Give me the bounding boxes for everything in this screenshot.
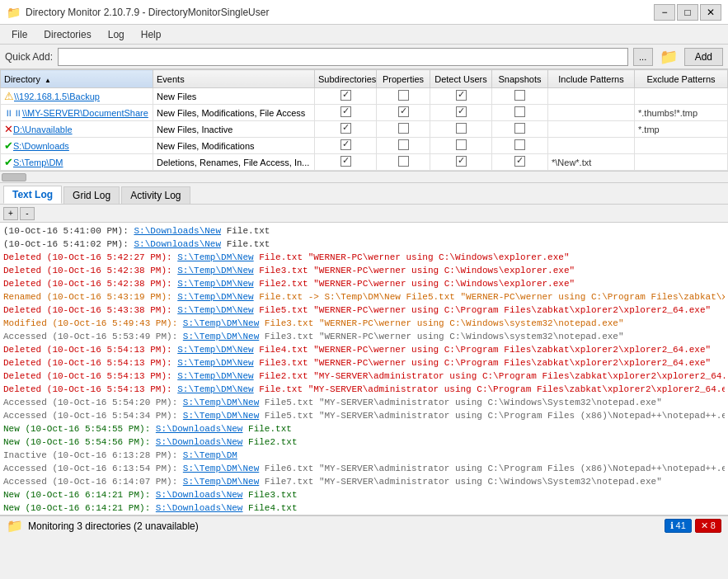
- maximize-button[interactable]: □: [677, 4, 698, 21]
- directory-rows: ⚠\\192.168.1.5\Backup New Files ⏸⏸\\MY-S…: [1, 88, 728, 171]
- dir-path[interactable]: S:\Temp\DM: [13, 158, 63, 167]
- status-green-icon: ✔: [4, 156, 13, 168]
- subdirs-checkbox[interactable]: [341, 156, 351, 167]
- log-prefix: Deleted (10-Oct-16 5:42:38 PM):: [3, 279, 177, 289]
- minimize-button[interactable]: −: [654, 4, 675, 21]
- detect-checkbox[interactable]: [456, 90, 467, 101]
- table-hscroll[interactable]: [0, 172, 728, 183]
- log-path[interactable]: S:\Temp\DM\New: [177, 292, 253, 302]
- events-text: Deletions, Renames, File Access, In...: [157, 158, 309, 167]
- col-dir-label: Directory: [4, 74, 40, 84]
- directory-table-container: Directory ▲ Events Subdirectories Proper…: [0, 69, 728, 172]
- log-add-button[interactable]: +: [3, 207, 18, 220]
- log-path[interactable]: S:\Downloads\New: [156, 437, 243, 447]
- col-header-detect[interactable]: Detect Users: [430, 70, 492, 88]
- hscroll-thumb[interactable]: [2, 173, 26, 181]
- detect-checkbox[interactable]: [456, 156, 467, 167]
- log-path[interactable]: S:\Downloads\New: [134, 226, 221, 236]
- events-text: New Files, Modifications: [157, 141, 255, 151]
- log-path[interactable]: S:\Temp\DM\New: [183, 464, 259, 473]
- log-area[interactable]: (10-Oct-16 5:41:00 PM): S:\Downloads\New…: [0, 223, 728, 515]
- menu-help[interactable]: Help: [133, 27, 170, 42]
- log-path[interactable]: S:\Temp\DM\New: [183, 398, 259, 407]
- tab-grid-log[interactable]: Grid Log: [63, 186, 120, 204]
- log-path[interactable]: S:\Temp\DM\New: [177, 384, 253, 394]
- col-header-exclude[interactable]: Exclude Patterns: [635, 70, 728, 88]
- detect-checkbox[interactable]: [456, 139, 467, 150]
- snaps-checkbox[interactable]: [514, 139, 525, 150]
- log-path[interactable]: S:\Temp\DM\New: [177, 345, 253, 355]
- log-line: Inactive (10-Oct-16 6:13:28 PM): S:\Temp…: [3, 449, 725, 462]
- snaps-checkbox[interactable]: [514, 90, 525, 101]
- log-path[interactable]: S:\Downloads\New: [134, 239, 221, 249]
- log-line: New (10-Oct-16 5:54:56 PM): S:\Downloads…: [3, 435, 725, 449]
- subdirs-checkbox[interactable]: [341, 139, 351, 150]
- snaps-checkbox[interactable]: [514, 156, 525, 167]
- info-badge[interactable]: ℹ 41: [665, 519, 692, 533]
- log-prefix: New (10-Oct-16 5:54:55 PM):: [3, 424, 156, 434]
- props-checkbox[interactable]: [398, 123, 409, 134]
- close-button[interactable]: ✕: [700, 4, 721, 21]
- log-path[interactable]: S:\Temp\DM\New: [177, 358, 253, 368]
- log-path[interactable]: S:\Temp\DM\New: [177, 279, 253, 289]
- status-blue-icon: ⏸⏸: [4, 108, 22, 118]
- props-checkbox[interactable]: [398, 90, 409, 101]
- tab-activity-log[interactable]: Activity Log: [121, 186, 190, 204]
- col-header-events[interactable]: Events: [153, 70, 315, 88]
- log-path[interactable]: S:\Downloads\New: [156, 424, 243, 434]
- error-badge[interactable]: ✕ 8: [695, 519, 721, 533]
- log-line: Accessed (10-Oct-16 5:54:20 PM): S:\Temp…: [3, 396, 725, 409]
- log-path[interactable]: S:\Downloads\New: [156, 503, 243, 513]
- detect-checkbox[interactable]: [456, 106, 467, 117]
- snaps-checkbox[interactable]: [514, 123, 525, 134]
- log-path[interactable]: S:\Downloads\New: [156, 490, 243, 500]
- log-path[interactable]: S:\Temp\DM\New: [183, 318, 259, 328]
- table-row: ⚠\\192.168.1.5\Backup New Files: [1, 88, 728, 105]
- log-path[interactable]: S:\Temp\DM\New: [183, 332, 259, 341]
- log-suffix: File2.txt: [242, 437, 297, 447]
- quickadd-browse-button[interactable]: ...: [633, 48, 653, 66]
- col-header-directory[interactable]: Directory ▲: [1, 70, 153, 88]
- titlebar-left: 📁 Directory Monitor 2.10.7.9 - Directory…: [7, 6, 269, 19]
- subdirs-checkbox[interactable]: [341, 123, 351, 134]
- log-path[interactable]: S:\Temp\DM\New: [177, 266, 253, 275]
- props-checkbox[interactable]: [398, 156, 409, 167]
- detect-checkbox[interactable]: [456, 123, 467, 134]
- log-line: Renamed (10-Oct-16 5:43:19 PM): S:\Temp\…: [3, 290, 725, 304]
- log-prefix: Deleted (10-Oct-16 5:42:38 PM):: [3, 266, 177, 275]
- log-prefix: Accessed (10-Oct-16 6:13:54 PM):: [3, 464, 183, 473]
- status-warn-icon: ⚠: [4, 90, 14, 102]
- menu-file[interactable]: File: [3, 27, 35, 42]
- snaps-checkbox[interactable]: [514, 106, 525, 117]
- log-path[interactable]: S:\Temp\DM: [183, 450, 237, 460]
- log-prefix: Renamed (10-Oct-16 5:43:19 PM):: [3, 292, 177, 302]
- log-path[interactable]: S:\Temp\DM\New: [183, 411, 259, 421]
- props-checkbox[interactable]: [398, 139, 409, 150]
- subdirs-checkbox[interactable]: [341, 90, 351, 101]
- quickadd-input[interactable]: [58, 48, 628, 66]
- dir-path[interactable]: \\192.168.1.5\Backup: [14, 92, 100, 101]
- col-header-include[interactable]: Include Patterns: [548, 70, 635, 88]
- quickadd-add-button[interactable]: Add: [684, 48, 723, 66]
- log-remove-button[interactable]: -: [20, 207, 35, 220]
- subdirs-checkbox[interactable]: [341, 106, 351, 117]
- col-header-snaps[interactable]: Snapshots: [492, 70, 548, 88]
- log-path[interactable]: S:\Temp\DM\New: [177, 305, 253, 315]
- log-path[interactable]: S:\Temp\DM\New: [177, 371, 253, 381]
- menu-log[interactable]: Log: [100, 27, 133, 42]
- events-text: New Files, Inactive: [157, 125, 232, 134]
- tab-text-log[interactable]: Text Log: [3, 186, 62, 204]
- log-line: Modified (10-Oct-16 5:49:43 PM): S:\Temp…: [3, 317, 725, 330]
- col-header-props[interactable]: Properties: [377, 70, 430, 88]
- col-header-subdirs[interactable]: Subdirectories: [315, 70, 377, 88]
- dir-path[interactable]: D:\Unavailable: [13, 125, 73, 134]
- sort-icon: ▲: [45, 77, 51, 84]
- dir-path[interactable]: \\MY-SERVER\DocumentShare: [22, 108, 148, 118]
- log-prefix: Modified (10-Oct-16 5:49:43 PM):: [3, 318, 183, 328]
- menu-directories[interactable]: Directories: [35, 27, 99, 42]
- log-path[interactable]: S:\Temp\DM\New: [177, 252, 253, 262]
- dir-path[interactable]: S:\Downloads: [13, 141, 69, 151]
- log-path[interactable]: S:\Temp\DM\New: [183, 477, 259, 487]
- log-suffix: File3.txt: [242, 490, 297, 500]
- props-checkbox[interactable]: [398, 106, 409, 117]
